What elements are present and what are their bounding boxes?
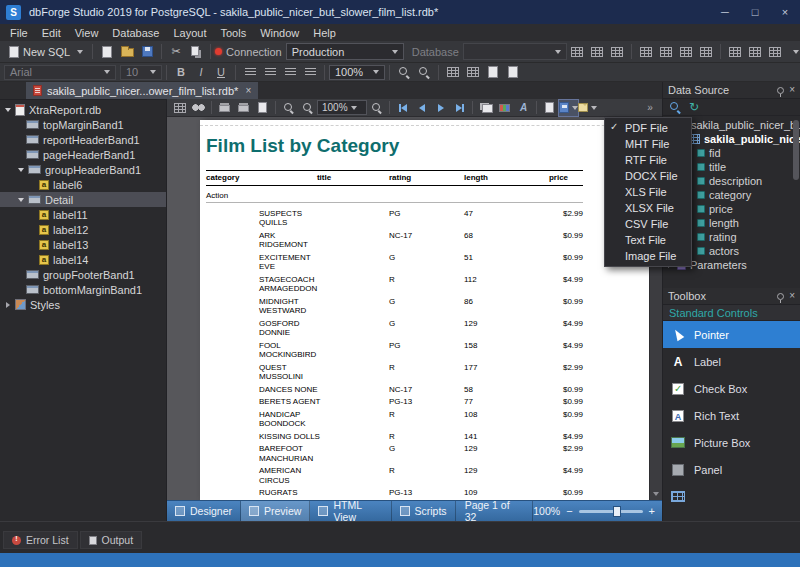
menu-tools[interactable]: Tools xyxy=(213,26,253,40)
toolbox-item-picture-box[interactable]: Picture Box xyxy=(663,429,800,456)
menu-layout[interactable]: Layout xyxy=(166,26,213,40)
next-page-button[interactable] xyxy=(431,100,450,116)
bold-button[interactable]: B xyxy=(171,64,191,81)
close-icon[interactable]: × xyxy=(789,291,795,301)
tree-node-topmarginband1[interactable]: topMarginBand1 xyxy=(0,117,166,132)
fit-width-button[interactable] xyxy=(463,64,483,81)
table-tool-button[interactable] xyxy=(676,43,696,60)
collapse-icon[interactable] xyxy=(5,108,11,112)
fit-page-button[interactable] xyxy=(443,64,463,81)
align-right-button[interactable] xyxy=(280,64,300,81)
page-layout-button[interactable] xyxy=(503,64,523,81)
toolbox-item-pointer[interactable]: Pointer xyxy=(663,321,800,348)
view-tab-designer[interactable]: Designer xyxy=(167,501,241,521)
menu-database[interactable]: Database xyxy=(105,26,166,40)
page-color-button[interactable] xyxy=(495,100,514,116)
minimize-button[interactable]: ─ xyxy=(710,0,740,24)
export-option-docx-file[interactable]: DOCX File xyxy=(605,168,691,184)
zoom-in-button[interactable] xyxy=(394,64,414,81)
watermark-button[interactable]: A xyxy=(514,100,533,116)
tree-node-label14[interactable]: label14 xyxy=(0,252,166,267)
zoom-out-icon[interactable]: − xyxy=(566,506,572,517)
export-button[interactable] xyxy=(559,100,578,116)
export-option-xlsx-file[interactable]: XLSX File xyxy=(605,200,691,216)
close-button[interactable]: × xyxy=(770,0,800,24)
tree-node-label11[interactable]: label11 xyxy=(0,207,166,222)
toolbox-section-header[interactable]: Standard Controls xyxy=(663,305,800,321)
font-family-select[interactable]: Arial xyxy=(4,65,116,80)
table-tool-button[interactable] xyxy=(636,43,656,60)
toolbox-item-check-box[interactable]: Check Box xyxy=(663,375,800,402)
print-button[interactable] xyxy=(215,100,234,116)
output-tab[interactable]: Output xyxy=(80,531,143,549)
parameters-panel-button[interactable] xyxy=(170,100,189,116)
tree-node-xtrareport-rdb[interactable]: XtraReport.rdb xyxy=(0,102,166,117)
multi-page-view-button[interactable] xyxy=(476,100,495,116)
first-page-button[interactable] xyxy=(393,100,412,116)
preview-zoom-select[interactable]: 100% xyxy=(317,100,367,115)
hand-tool-button[interactable] xyxy=(279,100,298,116)
underline-button[interactable]: U xyxy=(211,64,231,81)
refresh-icon[interactable]: ↻ xyxy=(689,101,699,113)
menu-view[interactable]: View xyxy=(68,26,106,40)
zoom-out-button[interactable] xyxy=(298,100,317,116)
table-tool-button[interactable] xyxy=(607,43,627,60)
quick-print-button[interactable] xyxy=(234,100,253,116)
search-button[interactable] xyxy=(189,100,208,116)
tree-node-bottommarginband1[interactable]: bottomMarginBand1 xyxy=(0,282,166,297)
table-tool-button[interactable] xyxy=(567,43,587,60)
database-select[interactable] xyxy=(463,43,567,60)
align-justify-button[interactable] xyxy=(300,64,320,81)
toolbar-overflow-button[interactable]: » xyxy=(640,100,659,116)
zoom-select[interactable]: 100% xyxy=(329,65,385,80)
new-file-button[interactable] xyxy=(97,43,117,60)
close-icon[interactable]: × xyxy=(789,85,795,95)
table-tool-button[interactable] xyxy=(765,43,785,60)
menu-edit[interactable]: Edit xyxy=(35,26,68,40)
pin-icon[interactable] xyxy=(777,87,784,94)
toolbox-item-panel[interactable]: Panel xyxy=(663,456,800,483)
export-document-button[interactable] xyxy=(540,100,559,116)
tree-node-detail[interactable]: Detail xyxy=(0,192,166,207)
view-tab-preview[interactable]: Preview xyxy=(241,501,310,521)
zoom-slider-thumb[interactable] xyxy=(613,506,621,517)
page-view-button[interactable] xyxy=(483,64,503,81)
pin-icon[interactable] xyxy=(777,293,784,300)
export-option-rtf-file[interactable]: RTF File xyxy=(605,152,691,168)
table-tool-button[interactable] xyxy=(696,43,716,60)
menu-file[interactable]: File xyxy=(3,26,35,40)
export-option-pdf-file[interactable]: ✓PDF File xyxy=(605,120,691,136)
italic-button[interactable]: I xyxy=(191,64,211,81)
maximize-button[interactable]: □ xyxy=(740,0,770,24)
document-tab[interactable]: sakila_public_nicer...ower_film_list.rdb… xyxy=(26,82,258,99)
menu-help[interactable]: Help xyxy=(306,26,343,40)
align-center-button[interactable] xyxy=(260,64,280,81)
tree-node-pageheaderband1[interactable]: pageHeaderBand1 xyxy=(0,147,166,162)
table-tool-button[interactable] xyxy=(725,43,745,60)
tree-node-groupheaderband1[interactable]: groupHeaderBand1 xyxy=(0,162,166,177)
copy-button[interactable] xyxy=(186,43,206,60)
open-file-button[interactable] xyxy=(117,43,137,60)
tree-node-styles[interactable]: Styles xyxy=(0,297,166,312)
export-option-xls-file[interactable]: XLS File xyxy=(605,184,691,200)
send-email-button[interactable] xyxy=(578,100,597,116)
menu-window[interactable]: Window xyxy=(253,26,306,40)
tab-close-icon[interactable]: × xyxy=(245,85,251,96)
toolbox-item-table[interactable] xyxy=(663,483,800,510)
export-option-csv-file[interactable]: CSV File xyxy=(605,216,691,232)
table-tool-button[interactable] xyxy=(656,43,676,60)
zoom-out-button[interactable] xyxy=(414,64,434,81)
table-tool-button[interactable] xyxy=(587,43,607,60)
view-tab-scripts[interactable]: Scripts xyxy=(392,501,456,521)
search-icon[interactable] xyxy=(669,101,681,113)
export-option-mht-file[interactable]: MHT File xyxy=(605,136,691,152)
tree-node-groupfooterband1[interactable]: groupFooterBand1 xyxy=(0,267,166,282)
zoom-slider[interactable] xyxy=(579,510,643,513)
tree-node-label12[interactable]: label12 xyxy=(0,222,166,237)
collapse-icon[interactable] xyxy=(18,168,24,172)
page-setup-button[interactable] xyxy=(253,100,272,116)
new-sql-button[interactable]: New SQL xyxy=(4,46,88,58)
tree-node-reportheaderband1[interactable]: reportHeaderBand1 xyxy=(0,132,166,147)
prev-page-button[interactable] xyxy=(412,100,431,116)
toolbox-item-rich-text[interactable]: Rich Text xyxy=(663,402,800,429)
